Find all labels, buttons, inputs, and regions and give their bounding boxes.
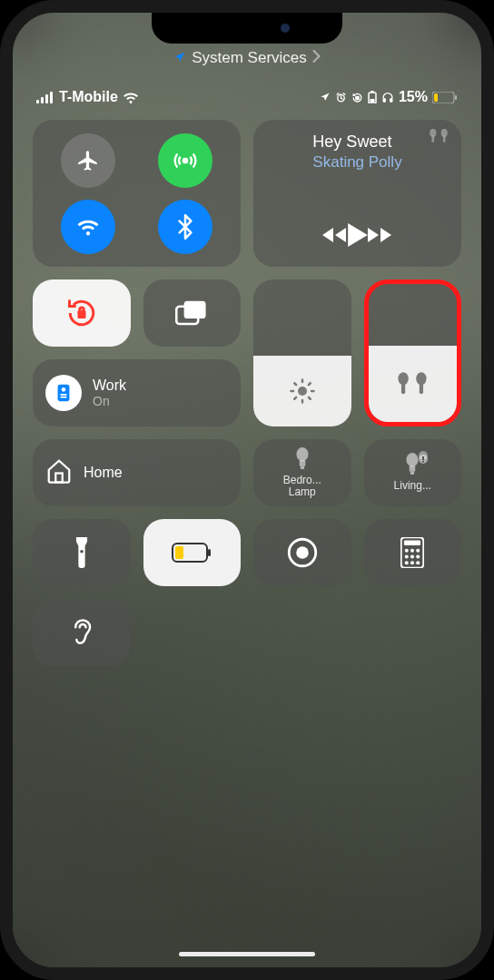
cellular-data-toggle[interactable] [158,133,212,188]
svg-rect-12 [434,93,438,102]
svg-rect-27 [420,383,423,395]
brightness-slider[interactable] [253,279,351,426]
svg-rect-10 [390,98,392,102]
low-power-mode-toggle[interactable] [143,519,242,586]
focus-badge-icon [45,375,82,411]
offline-indicator-icon [419,451,428,460]
svg-rect-16 [431,135,434,142]
chevron-right-icon [312,49,321,67]
svg-point-36 [407,453,419,466]
location-status-icon [320,92,331,103]
media-module[interactable]: Hey Sweet Skating Polly [253,120,461,267]
breadcrumb[interactable]: System Services [33,49,461,67]
status-bar: T-Mobile 15% [33,89,461,105]
svg-point-29 [62,387,66,392]
wifi-icon [123,92,139,103]
svg-point-51 [410,549,414,553]
svg-rect-25 [401,383,405,395]
hearing-button[interactable] [33,599,131,666]
svg-point-50 [405,549,409,553]
flashlight-button[interactable] [33,519,131,586]
screen-record-button[interactable] [253,519,351,586]
svg-rect-45 [208,549,211,556]
svg-rect-0 [36,100,39,103]
location-icon [173,51,186,66]
airpods-output-icon [429,129,449,147]
svg-rect-3 [50,92,53,103]
airplane-mode-toggle[interactable] [61,133,115,188]
svg-point-33 [296,447,308,461]
svg-rect-5 [356,96,359,99]
svg-rect-34 [299,460,305,466]
focus-name: Work [93,377,126,394]
home-button[interactable]: Home [33,439,241,506]
svg-rect-9 [383,98,385,102]
media-track-title: Hey Sweet [312,132,401,152]
bulb-icon [404,453,420,478]
airpods-icon [397,372,428,396]
svg-point-58 [416,561,420,564]
accessory-line2: Lamp [283,486,321,498]
headphones-icon [381,92,394,103]
svg-point-55 [416,554,420,558]
rotation-lock-toggle[interactable] [33,279,131,347]
media-play-button[interactable] [348,223,368,250]
svg-point-57 [410,561,414,564]
breadcrumb-label: System Services [192,49,307,67]
brightness-icon [289,377,316,405]
svg-point-42 [80,550,84,554]
bluetooth-toggle[interactable] [158,200,212,254]
svg-point-52 [416,549,420,553]
svg-point-54 [410,554,414,558]
wifi-toggle[interactable] [61,200,115,254]
svg-point-14 [183,158,187,162]
rotation-lock-status-icon [351,92,363,103]
svg-rect-31 [60,397,66,398]
svg-rect-30 [60,394,66,396]
svg-rect-35 [301,466,304,469]
media-next-button[interactable] [368,226,393,248]
svg-point-53 [405,554,409,558]
focus-toggle[interactable]: Work On [33,359,241,426]
svg-rect-20 [80,308,84,312]
svg-rect-49 [404,540,420,545]
svg-rect-13 [455,95,457,100]
svg-rect-2 [45,94,48,103]
home-icon [45,457,73,488]
carrier-label: T-Mobile [59,89,118,105]
alarm-icon [335,92,347,103]
svg-rect-38 [410,472,414,475]
svg-rect-41 [422,461,424,463]
media-artist: Skating Polly [312,153,401,172]
connectivity-module[interactable] [33,120,241,267]
calculator-button[interactable] [364,519,462,586]
svg-point-47 [296,546,309,559]
svg-rect-32 [55,474,63,483]
svg-rect-44 [175,546,183,559]
battery-pct-label: 15% [399,89,428,105]
home-label: Home [84,465,123,481]
svg-rect-22 [184,301,206,318]
accessory-name: Living... [394,480,431,492]
svg-rect-7 [370,91,374,93]
accessory-bedroom-lamp[interactable]: Bedro... Lamp [253,439,351,506]
media-prev-button[interactable] [322,226,348,248]
cellular-signal-icon [36,92,54,103]
screen-mirroring-button[interactable] [143,279,242,347]
svg-rect-40 [422,456,424,460]
svg-rect-28 [58,385,70,401]
svg-rect-1 [41,97,44,103]
home-indicator[interactable] [179,952,315,956]
svg-rect-8 [370,99,374,103]
svg-rect-37 [410,466,416,473]
battery-icon [432,92,458,103]
device-notch [152,13,342,44]
svg-rect-18 [443,135,446,142]
bulb-icon [294,447,311,473]
focus-status: On [93,394,126,408]
svg-point-23 [298,387,307,396]
low-power-status-icon [368,91,377,103]
volume-slider[interactable] [364,279,462,426]
svg-point-56 [405,561,409,564]
accessory-living-lamp[interactable]: Living... [364,439,462,506]
